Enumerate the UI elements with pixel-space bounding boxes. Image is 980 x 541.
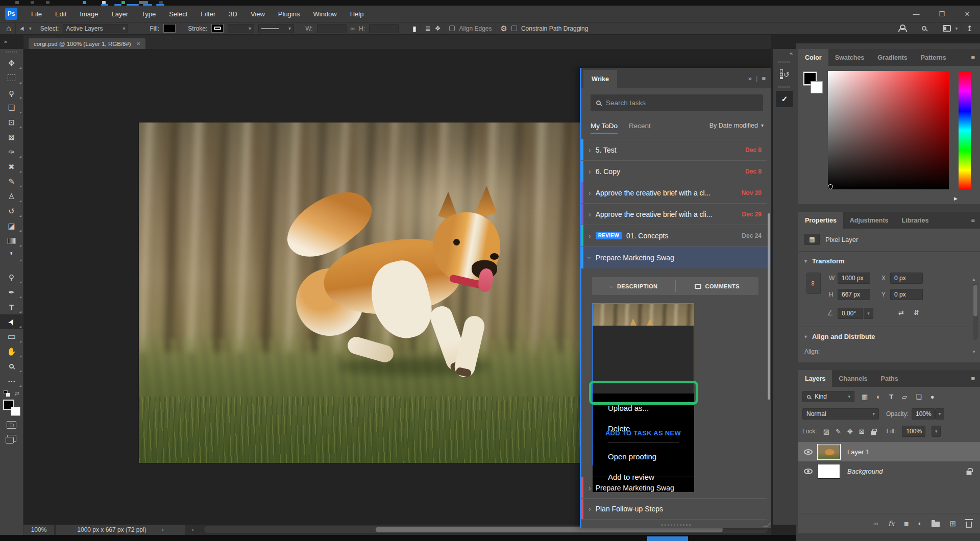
task-row[interactable]: › Approve the creative brief with a cl..… — [581, 182, 767, 203]
layer1-thumbnail[interactable] — [818, 445, 840, 459]
menu-plugins[interactable]: Plugins — [272, 6, 307, 22]
tool-history-brush[interactable]: ↺ — [0, 204, 23, 218]
swap-colors-icon[interactable]: ⇄ — [14, 391, 19, 397]
tool-frame[interactable]: ⊠ — [0, 130, 23, 144]
tool-hand[interactable]: ✋ — [0, 344, 23, 359]
stroke-swatch[interactable] — [211, 24, 224, 33]
chevron-right-icon[interactable]: › — [589, 146, 591, 154]
tool-brush[interactable]: ✎ — [0, 174, 23, 189]
width-input[interactable] — [317, 24, 347, 33]
menu-window[interactable]: Window — [306, 6, 343, 22]
shape-operations-icon[interactable]: ▮ — [412, 25, 416, 32]
layer-name[interactable]: Background — [847, 468, 883, 475]
tool-eraser[interactable]: ◪ — [0, 218, 23, 233]
layer-effects-icon[interactable]: fx — [888, 520, 895, 528]
scroll-down-icon[interactable]: ▼ — [972, 350, 976, 354]
chevron-down-icon[interactable]: ▾ — [955, 26, 958, 31]
tool-rectangle-shape[interactable]: ▭ — [0, 329, 23, 344]
angle-dropdown[interactable]: ▾ — [864, 308, 873, 319]
screen-mode-button[interactable] — [7, 435, 16, 442]
angle-input[interactable]: 0.00° — [838, 308, 863, 319]
lock-position-icon[interactable]: ✥ — [847, 428, 853, 435]
tab-paths[interactable]: Paths — [874, 370, 905, 387]
tool-rectangular-marquee[interactable] — [0, 70, 23, 85]
home-icon[interactable]: ⌂ — [6, 24, 11, 33]
chevron-down-icon[interactable]: › — [586, 256, 593, 259]
lock-all-icon[interactable] — [871, 431, 876, 435]
tool-pen[interactable]: ✒ — [0, 285, 23, 300]
tab-my-todo[interactable]: My ToDo — [591, 118, 618, 133]
chevron-right-icon[interactable]: › — [589, 505, 591, 512]
filter-toggle-icon[interactable]: ● — [930, 394, 935, 400]
panel-collapse-icon[interactable]: » — [748, 75, 752, 82]
tab-swatches[interactable]: Swatches — [828, 49, 871, 66]
search-input[interactable] — [606, 99, 739, 107]
chevron-down-icon[interactable]: ▾ — [29, 26, 32, 31]
color-field-cursor[interactable] — [828, 184, 833, 189]
tool-lasso[interactable]: ϙ — [0, 85, 23, 100]
layer-row-layer1[interactable]: Layer 1 — [798, 442, 980, 461]
link-dimensions-icon[interactable]: ∞ — [351, 26, 355, 32]
hue-slider-pointer[interactable]: ▶ — [954, 196, 958, 201]
doc-info-field[interactable]: 1000 px x 667 px (72 ppi) › — [56, 525, 185, 535]
filter-smart-objects-icon[interactable]: ❏ — [916, 394, 922, 400]
tool-spot-healing-brush[interactable]: ✚ — [0, 159, 23, 174]
tab-gradients[interactable]: Gradients — [871, 49, 914, 66]
select-mode-dropdown[interactable]: Active Layers ▾ — [63, 24, 128, 33]
color-field[interactable] — [828, 71, 949, 189]
wrike-resize-corner[interactable] — [763, 523, 771, 527]
task-row[interactable]: › 5. Test Dec 8 — [581, 139, 767, 160]
task-row[interactable]: › 6. Copy Dec 8 — [581, 160, 767, 182]
stroke-type-dropdown[interactable]: ▾ — [258, 24, 294, 33]
tool-move[interactable]: ✥ — [0, 56, 23, 70]
sort-dropdown[interactable]: By Date modified ▾ — [709, 122, 764, 129]
chevron-right-icon[interactable]: › — [589, 232, 591, 239]
filter-pixel-layers-icon[interactable]: ▦ — [862, 394, 868, 400]
align-edges-checkbox[interactable] — [449, 26, 455, 31]
default-colors-icon[interactable] — [4, 390, 10, 397]
tab-recent[interactable]: Recent — [629, 118, 651, 133]
attachment-card[interactable]: Upload as... Delete Open proofing Add to… — [592, 303, 694, 465]
document-tab[interactable]: corgi.psd @ 100% (Layer 1, RGB/8#) ✕ — [29, 38, 145, 49]
kind-filter-dropdown[interactable]: Kind ▾ — [802, 391, 854, 402]
description-button[interactable]: ≡ DESCRIPTION — [592, 277, 675, 295]
menu-item-open-proofing[interactable]: Open proofing — [593, 446, 694, 466]
wrike-plugin-dock-icon[interactable]: ↻ — [776, 66, 793, 82]
lock-artboard-icon[interactable]: ⊠ — [859, 428, 865, 435]
toolbar-grip[interactable] — [6, 51, 18, 53]
wrike-search-box[interactable] — [591, 94, 763, 111]
layer-name[interactable]: Layer 1 — [847, 448, 869, 456]
panel-menu-icon[interactable]: ≡ — [971, 375, 975, 382]
tool-dodge[interactable]: ⚲ — [0, 270, 23, 285]
menu-3d[interactable]: 3D — [222, 6, 244, 22]
path-alignment-icon[interactable]: ≣ — [425, 25, 431, 32]
blend-mode-dropdown[interactable]: Normal ▾ — [802, 408, 879, 420]
w-input[interactable]: 1000 px — [838, 273, 870, 284]
layer-row-background[interactable]: Background — [798, 461, 980, 481]
tab-adjustments[interactable]: Adjustments — [843, 212, 895, 229]
add-to-task-as-new-button[interactable]: ADD TO TASK AS NEW — [593, 429, 694, 437]
panel-menu-icon[interactable]: ≡ — [971, 217, 975, 224]
tool-eyedropper[interactable]: ✑ — [0, 144, 23, 159]
path-arrangement-icon[interactable]: ❖ — [435, 25, 441, 32]
flip-horizontal-icon[interactable]: ⇄ — [898, 309, 904, 316]
tab-patterns[interactable]: Patterns — [914, 49, 953, 66]
fill-dropdown[interactable]: ▾ — [932, 426, 941, 437]
tools-ellipsis[interactable]: ⋯ — [0, 374, 23, 388]
align-section-header[interactable]: ▾ Align and Distribute — [804, 333, 875, 340]
tab-color[interactable]: Color — [798, 49, 828, 66]
chevron-right-icon[interactable]: › — [589, 211, 591, 218]
properties-scrollbar-thumb[interactable] — [973, 285, 977, 316]
search-icon[interactable] — [922, 26, 926, 31]
zoom-level-field[interactable]: 100% — [23, 525, 54, 535]
menu-edit[interactable]: Edit — [48, 6, 73, 22]
x-input[interactable]: 0 px — [890, 273, 923, 284]
tab-libraries[interactable]: Libraries — [895, 212, 936, 229]
wrike-scrollbar-thumb[interactable] — [768, 213, 770, 400]
visibility-eye-icon[interactable] — [804, 449, 813, 455]
visibility-eye-icon[interactable] — [804, 469, 813, 474]
chevron-right-icon[interactable]: › — [589, 189, 591, 196]
checkmark-dock-icon[interactable]: ✓ — [776, 91, 793, 107]
task-row[interactable]: › Plan Follow-up Steps — [581, 498, 767, 520]
constrain-path-checkbox[interactable] — [511, 26, 517, 31]
